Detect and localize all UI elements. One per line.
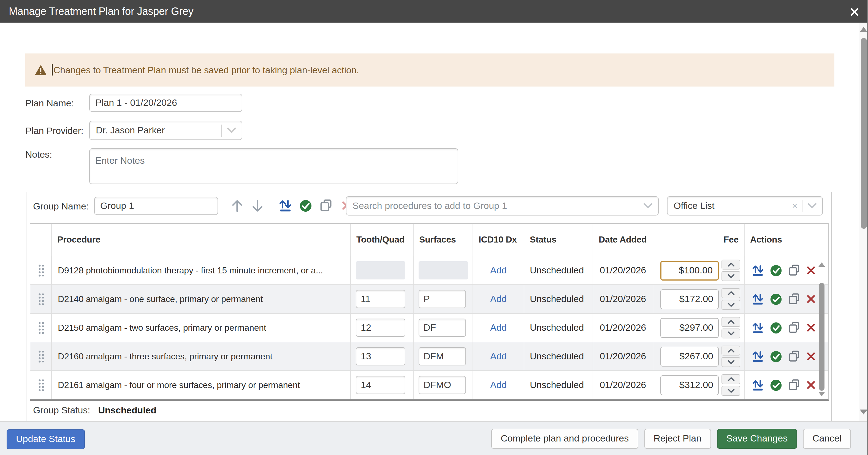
procedure-search-dropdown[interactable] xyxy=(346,196,659,216)
surfaces-disabled-box xyxy=(418,261,468,280)
complete-procedure-button[interactable] xyxy=(770,264,782,277)
move-group-down-button[interactable] xyxy=(251,198,264,213)
fee-input[interactable] xyxy=(660,346,719,366)
add-icd10-link[interactable]: Add xyxy=(490,351,507,362)
date-added-cell: 01/20/2026 xyxy=(593,285,653,313)
scrollbar-thumb[interactable] xyxy=(861,38,867,229)
update-procedure-status-button[interactable] xyxy=(752,321,764,334)
reject-plan-button[interactable]: Reject Plan xyxy=(644,429,711,449)
surfaces-input[interactable] xyxy=(418,376,466,394)
close-button[interactable] xyxy=(848,5,860,18)
fee-decrement-button[interactable] xyxy=(721,271,740,281)
save-changes-button[interactable]: Save Changes xyxy=(717,429,797,449)
chevron-down-icon xyxy=(643,203,653,209)
delete-procedure-button[interactable] xyxy=(806,294,816,304)
table-scrollbar[interactable] xyxy=(818,256,826,399)
drag-handle[interactable] xyxy=(30,371,52,399)
fee-stepper xyxy=(721,260,740,281)
copy-group-button[interactable] xyxy=(319,198,333,213)
status-cell: Unscheduled xyxy=(524,314,593,342)
fee-increment-button[interactable] xyxy=(721,260,740,269)
tooth-quad-input[interactable] xyxy=(356,376,405,394)
surfaces-input[interactable] xyxy=(418,319,466,337)
scroll-down-icon[interactable] xyxy=(860,409,867,415)
fee-cell xyxy=(653,371,745,399)
notes-textarea[interactable] xyxy=(89,148,458,184)
drag-handle[interactable] xyxy=(30,342,52,370)
update-procedure-status-button[interactable] xyxy=(752,293,764,305)
fee-decrement-button[interactable] xyxy=(721,329,740,338)
fee-increment-button[interactable] xyxy=(721,288,740,298)
complete-procedure-button[interactable] xyxy=(770,293,782,305)
drag-handle-icon xyxy=(38,379,44,391)
delete-procedure-button[interactable] xyxy=(806,266,816,275)
drag-handle[interactable] xyxy=(30,256,52,284)
tooth-quad-input[interactable] xyxy=(356,347,405,365)
update-status-button[interactable]: Update Status xyxy=(7,429,85,449)
procedure-search-input[interactable] xyxy=(346,200,638,211)
drag-handle[interactable] xyxy=(30,285,52,313)
copy-icon xyxy=(788,350,800,363)
delete-procedure-button[interactable] xyxy=(806,323,816,332)
dropdown-separator xyxy=(638,200,638,212)
copy-procedure-button[interactable] xyxy=(788,350,800,363)
update-procedure-status-button[interactable] xyxy=(752,379,764,391)
header-status: Status xyxy=(524,224,593,256)
drag-handle-icon xyxy=(38,321,44,334)
group-status-label: Group Status: xyxy=(33,405,90,416)
copy-procedure-button[interactable] xyxy=(788,293,800,305)
plan-name-input[interactable] xyxy=(89,94,242,112)
copy-procedure-button[interactable] xyxy=(788,321,800,334)
fee-decrement-button[interactable] xyxy=(721,357,740,367)
sort-status-icon xyxy=(752,321,764,334)
fee-list-dropdown[interactable]: Office List × xyxy=(667,196,823,216)
tooth-quad-input[interactable] xyxy=(356,319,405,337)
scrollbar-thumb[interactable] xyxy=(819,283,825,391)
fee-input[interactable] xyxy=(660,375,719,395)
add-icd10-link[interactable]: Add xyxy=(490,293,507,305)
cancel-button[interactable]: Cancel xyxy=(803,429,851,449)
scroll-down-icon[interactable] xyxy=(818,392,825,396)
fee-decrement-button[interactable] xyxy=(721,386,740,396)
update-group-status-button[interactable] xyxy=(279,198,292,213)
procedure-cell: D9128 photobiomodulation therapy - first… xyxy=(52,256,351,284)
fee-input[interactable] xyxy=(660,318,719,338)
plan-provider-dropdown[interactable]: Dr. Jason Parker xyxy=(89,121,242,140)
fee-increment-button[interactable] xyxy=(721,317,740,327)
fee-stepper xyxy=(721,346,740,367)
surfaces-input[interactable] xyxy=(418,290,466,308)
surfaces-input[interactable] xyxy=(418,347,466,365)
add-icd10-link[interactable]: Add xyxy=(490,379,507,391)
tooth-quad-input[interactable] xyxy=(356,290,405,308)
add-icd10-link[interactable]: Add xyxy=(490,265,507,276)
complete-plan-button[interactable]: Complete plan and procedures xyxy=(491,429,638,449)
dialog-title: Manage Treatment Plan for Jasper Grey xyxy=(9,5,194,17)
add-icd10-link[interactable]: Add xyxy=(490,322,507,333)
update-procedure-status-button[interactable] xyxy=(752,264,764,277)
fee-input[interactable] xyxy=(660,289,719,309)
clear-selection-icon[interactable]: × xyxy=(792,200,798,211)
dialog-scrollbar[interactable] xyxy=(859,23,868,421)
complete-group-button[interactable] xyxy=(299,198,312,213)
group-name-input[interactable] xyxy=(94,197,218,215)
copy-procedure-button[interactable] xyxy=(788,264,800,277)
fee-increment-button[interactable] xyxy=(721,374,740,384)
delete-procedure-button[interactable] xyxy=(806,352,816,361)
update-procedure-status-button[interactable] xyxy=(752,350,764,363)
fee-input[interactable] xyxy=(660,260,719,280)
complete-procedure-button[interactable] xyxy=(770,322,782,334)
scroll-up-icon[interactable] xyxy=(860,27,867,32)
complete-procedure-button[interactable] xyxy=(770,350,782,362)
scroll-up-icon[interactable] xyxy=(818,262,825,267)
table-header-row: Procedure Tooth/Quad Surfaces ICD10 Dx S… xyxy=(30,224,828,256)
table-row: D9128 photobiomodulation therapy - first… xyxy=(30,256,828,284)
complete-procedure-button[interactable] xyxy=(770,379,782,391)
delete-procedure-button[interactable] xyxy=(806,380,816,390)
drag-handle[interactable] xyxy=(30,314,52,342)
copy-procedure-button[interactable] xyxy=(788,379,800,391)
fee-increment-button[interactable] xyxy=(721,346,740,356)
status-cell: Unscheduled xyxy=(524,285,593,313)
x-icon xyxy=(806,266,816,275)
fee-decrement-button[interactable] xyxy=(721,300,740,310)
move-group-up-button[interactable] xyxy=(230,198,243,213)
